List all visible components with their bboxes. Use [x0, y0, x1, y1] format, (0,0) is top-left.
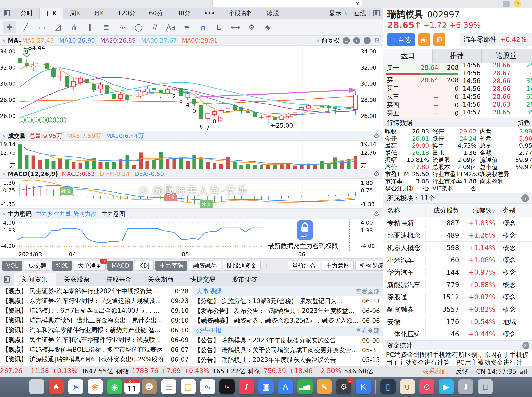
adjust-mode-label[interactable]: 前复权 — [322, 37, 339, 44]
sector-row[interactable]: 一体化压铸46 +0.44%概念 — [384, 328, 532, 341]
chevron-down-icon[interactable]: ∨ — [2, 171, 6, 177]
report-item[interactable]: 【公告】瑞鹄模具：2023年年度权益分派实施公告06-06 — [192, 335, 383, 345]
zoom-out-icon[interactable]: − — [364, 37, 371, 44]
sector-row[interactable]: 安徽176 +0.54%地域 — [384, 316, 532, 328]
dock-trash[interactable]: ⊔ — [478, 379, 493, 394]
sort-desc-icon[interactable]: ∨ — [492, 208, 495, 214]
draw-tool-icon[interactable]: ∿ — [116, 21, 128, 33]
news-item[interactable]: 【资讯】沪深股通|瑞鹄模具6月6日获外资卖出0.29%股份06-07 — [0, 354, 192, 364]
indicator-tab[interactable]: KDJ — [135, 261, 153, 271]
bid-row[interactable]: 买五--0 — [384, 109, 461, 118]
bid-row[interactable]: 买一28.64208 — [384, 76, 461, 84]
menubar-avatar-icon[interactable]: ツ — [514, 0, 521, 7]
unlock-main-force-button[interactable]: 主力 — [297, 220, 313, 240]
indicator-tab[interactable]: 大单净量L2 — [74, 261, 106, 271]
tick-list[interactable]: 14:5628.6625 14:5628.67 14:5628.6635 14:… — [461, 63, 532, 118]
indicator-tab[interactable]: 主力密码 — [155, 261, 187, 271]
period-tab[interactable]: 30分 — [170, 8, 197, 19]
period-tab[interactable]: 诊股 — [260, 8, 286, 19]
collapse-panel-icon[interactable] — [0, 8, 14, 19]
draw-tool-icon[interactable]: ≣ — [100, 21, 112, 33]
add-tab-icon[interactable]: ＋ — [531, 49, 532, 63]
dock-pink-app[interactable]: ⊙ — [419, 379, 434, 394]
filter-funnel-icon[interactable]: Y — [356, 1, 359, 6]
sector-row[interactable]: 深股通1512 +0.87%概念 — [384, 291, 532, 304]
dock-cup[interactable]: ∪ — [400, 379, 415, 394]
draw-tool-icon[interactable]: ▭ — [36, 21, 48, 33]
margin-badge[interactable]: 融 — [418, 33, 430, 46]
chevron-down-icon[interactable]: ∨ — [2, 133, 6, 139]
news-item[interactable]: 【资讯】瑞鹄模具：6月7日融券卖出金额14.00万元，...09:10 — [0, 306, 192, 316]
news-item[interactable]: 【观点】瑞鹄模具股价与BOLL指标：多空市场的直观表达06-07 — [0, 345, 192, 354]
dock-keynote[interactable]: ▦ — [258, 379, 274, 394]
draw-tool-icon[interactable]: Aa — [165, 21, 177, 33]
panel-tab[interactable]: 盘口 — [384, 49, 433, 63]
contact-link[interactable]: 联系我们 — [422, 367, 448, 376]
dock-notes[interactable]: ▤ — [181, 379, 196, 394]
dock-pencil[interactable]: ✎ — [317, 379, 332, 394]
period-tab[interactable]: 月K — [87, 8, 111, 19]
news-tab[interactable]: 持股基金 — [98, 273, 140, 286]
analysis-tab[interactable]: 机构跟踪 — [355, 261, 387, 271]
news-tab[interactable]: 新闻资讯 — [14, 273, 56, 286]
indicator-tab[interactable]: 陆股通资金 — [223, 261, 261, 271]
panel-tab[interactable]: 推荐 — [433, 49, 482, 63]
macd-pane[interactable]: 死叉金叉死叉 1.800.75-1.331.800.75-1.33 — [0, 179, 383, 208]
sector-row[interactable]: 专精特新887 +1.83%概念 — [384, 217, 532, 229]
dock-photos[interactable]: ❀ — [88, 379, 103, 394]
news-item[interactable]: 【观点】民生证券-汽车零部件行业2024年中期投资策...10:28 — [0, 286, 192, 296]
news-item[interactable]: 【观点】民生证券-汽车和汽车零部件行业周报：试点联...06-09 — [0, 335, 192, 345]
dock-appletv[interactable]: tv — [220, 379, 235, 394]
sector-row[interactable]: 小米汽车60 +1.08%概念 — [384, 254, 532, 267]
dock-maps[interactable]: ➤ — [68, 379, 83, 394]
dock-device[interactable]: ▯ — [380, 379, 396, 394]
ask-row[interactable]: 卖一 28.64 208 — [384, 63, 461, 72]
indicator-tab[interactable]: 成交额 — [24, 261, 50, 271]
event-item[interactable]: 【分红】实施分红：10派3元(含税)，股权登记日为...06-13 — [192, 296, 383, 306]
draw-tool-icon[interactable]: ⟷ — [229, 21, 242, 33]
period-tab[interactable]: 60分 — [142, 8, 170, 19]
expand-panel-icon[interactable] — [369, 10, 383, 16]
view-all-link[interactable]: 查看全部 — [356, 327, 379, 335]
reset-zoom-icon[interactable]: ≡ — [343, 37, 350, 44]
news-item[interactable]: 【资讯】汽车和汽车零部件行业周报：新势力产业链 智...06-10 — [0, 325, 192, 335]
period-tab[interactable]: 日K — [40, 8, 63, 19]
dock-player[interactable]: ▶ — [439, 379, 454, 394]
zoom-in-icon[interactable]: ＋ — [353, 37, 360, 44]
sector-row[interactable]: 华为汽车144 +0.97%概念 — [384, 267, 532, 279]
event-item[interactable]: 【发布公告】发布公告：《瑞鹄模具：2023年年度权益...06-06 — [192, 306, 383, 316]
chevron-down-icon[interactable]: ∨ — [2, 38, 6, 43]
news-tab[interactable]: 快捷交易 — [182, 273, 224, 286]
dock-appstore[interactable]: A — [278, 379, 293, 394]
sector-row[interactable]: 机器人概念598 +1.14%概念 — [384, 242, 532, 254]
indicator-tab[interactable]: MACD — [108, 261, 133, 271]
indicator-tab[interactable]: VOL — [2, 261, 22, 271]
chevron-down-icon[interactable]: ∨ — [316, 38, 320, 43]
draw-tool-icon[interactable]: ◈ — [262, 21, 274, 33]
period-tab[interactable]: 120分 — [111, 8, 142, 19]
draw-tool-icon[interactable]: ╱ — [19, 21, 32, 33]
bid-row[interactable]: 买三--0 — [384, 93, 461, 101]
draw-tool-icon[interactable]: // — [148, 21, 161, 33]
draw-tool-icon[interactable]: ⊔ — [213, 21, 226, 33]
close-icon[interactable]: ✕ — [522, 342, 529, 349]
chevron-down-icon[interactable]: ∨ — [2, 211, 6, 217]
dock-kline-app[interactable]: K — [356, 379, 371, 394]
gear-icon[interactable]: ⚙ — [373, 170, 379, 178]
dock-contacts[interactable]: ☻ — [142, 379, 157, 394]
news-tab[interactable]: 关联股票 — [56, 273, 98, 286]
dock-facetime[interactable]: ◉ — [107, 379, 122, 394]
dock-calendar[interactable]: 6月11 — [124, 379, 140, 394]
gear-icon[interactable]: ⚙ — [373, 210, 379, 218]
draw-tool-icon[interactable]: ◿ — [52, 21, 64, 33]
draw-tool-icon[interactable]: ✚ — [3, 21, 16, 33]
sector-row[interactable]: 比亚迪概念489 +1.26%概念 — [384, 229, 532, 242]
menubar-display-icon[interactable] — [502, 1, 510, 7]
dock-freeform[interactable]: ∿ — [200, 379, 215, 394]
dock-reminders[interactable]: ☰ — [161, 379, 176, 394]
draw-tool-icon[interactable]: ∩ — [197, 21, 209, 33]
dock-separator[interactable] — [375, 380, 376, 394]
volume-pane[interactable]: 19.1412.76万19.1412.76万 — [0, 141, 383, 169]
draw-tool-icon[interactable]: ◯ — [132, 21, 145, 33]
add-watchlist-button[interactable]: ＋自选 — [387, 33, 415, 46]
